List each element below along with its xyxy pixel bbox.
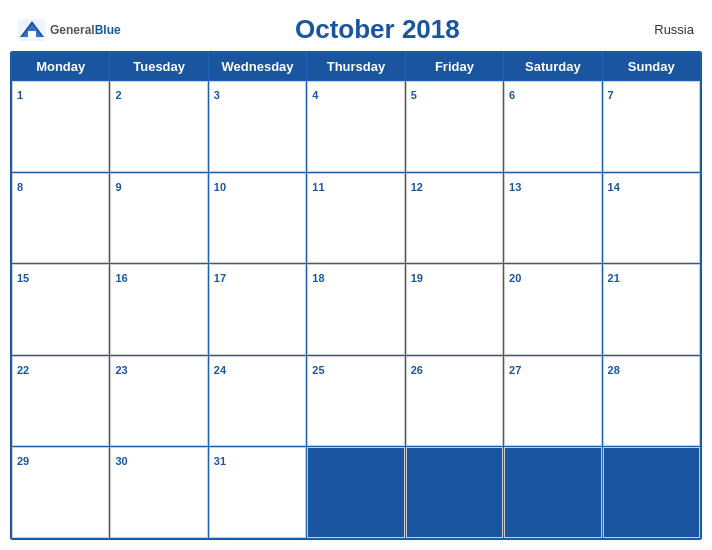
day-cell: 24 (208, 355, 306, 447)
day-number: 4 (312, 89, 318, 101)
day-number: 6 (509, 89, 515, 101)
day-number: 3 (214, 89, 220, 101)
day-number: 18 (312, 272, 324, 284)
day-cell: 31 (208, 447, 306, 539)
day-cell: 12 (405, 172, 503, 264)
day-number: 14 (608, 181, 620, 193)
day-cell: 19 (405, 264, 503, 356)
weekday-header-row: Monday Tuesday Wednesday Thursday Friday… (12, 53, 701, 81)
day-number: 23 (115, 364, 127, 376)
day-cell: 15 (12, 264, 110, 356)
day-cell: 2 (110, 81, 208, 173)
day-number: 29 (17, 455, 29, 467)
day-cell: 4 (307, 81, 405, 173)
day-cell: 30 (110, 447, 208, 539)
day-cell: 18 (307, 264, 405, 356)
header-tuesday: Tuesday (110, 53, 208, 81)
svg-rect-3 (28, 31, 36, 37)
day-cell: 21 (602, 264, 700, 356)
day-number: 2 (115, 89, 121, 101)
day-number: 12 (411, 181, 423, 193)
day-cell: 11 (307, 172, 405, 264)
day-cell: 27 (504, 355, 602, 447)
header-saturday: Saturday (504, 53, 602, 81)
day-cell: 26 (405, 355, 503, 447)
day-number: 9 (115, 181, 121, 193)
day-cell: 22 (12, 355, 110, 447)
day-cell (504, 447, 602, 539)
header-friday: Friday (405, 53, 503, 81)
month-title: October 2018 (121, 14, 634, 45)
day-number: 28 (608, 364, 620, 376)
day-number: 7 (608, 89, 614, 101)
day-number: 8 (17, 181, 23, 193)
day-number: 5 (411, 89, 417, 101)
day-number: 21 (608, 272, 620, 284)
day-cell (602, 447, 700, 539)
calendar-table: Monday Tuesday Wednesday Thursday Friday… (11, 52, 701, 539)
day-cell: 1 (12, 81, 110, 173)
day-cell: 8 (12, 172, 110, 264)
day-cell: 14 (602, 172, 700, 264)
day-cell (307, 447, 405, 539)
logo: GeneralBlue (18, 19, 121, 41)
day-number: 30 (115, 455, 127, 467)
day-cell: 13 (504, 172, 602, 264)
day-number: 16 (115, 272, 127, 284)
day-number: 27 (509, 364, 521, 376)
day-cell: 5 (405, 81, 503, 173)
day-cell: 17 (208, 264, 306, 356)
day-number: 13 (509, 181, 521, 193)
day-cell: 6 (504, 81, 602, 173)
day-number: 1 (17, 89, 23, 101)
day-cell: 28 (602, 355, 700, 447)
day-cell: 20 (504, 264, 602, 356)
day-cell: 10 (208, 172, 306, 264)
week-row-1: 1234567 (12, 81, 701, 173)
day-number: 19 (411, 272, 423, 284)
calendar-header: GeneralBlue October 2018 Russia (10, 10, 702, 47)
calendar: Monday Tuesday Wednesday Thursday Friday… (10, 51, 702, 540)
header-thursday: Thursday (307, 53, 405, 81)
day-number: 15 (17, 272, 29, 284)
day-number: 20 (509, 272, 521, 284)
day-cell: 3 (208, 81, 306, 173)
day-cell: 9 (110, 172, 208, 264)
day-number: 25 (312, 364, 324, 376)
day-cell: 25 (307, 355, 405, 447)
day-number: 11 (312, 181, 324, 193)
day-number: 17 (214, 272, 226, 284)
day-cell (405, 447, 503, 539)
week-row-3: 15161718192021 (12, 264, 701, 356)
day-number: 22 (17, 364, 29, 376)
day-number: 10 (214, 181, 226, 193)
day-number: 26 (411, 364, 423, 376)
day-cell: 29 (12, 447, 110, 539)
logo-blue: Blue (95, 23, 121, 37)
day-cell: 16 (110, 264, 208, 356)
day-cell: 23 (110, 355, 208, 447)
header-monday: Monday (12, 53, 110, 81)
day-number: 24 (214, 364, 226, 376)
week-row-5: 293031 (12, 447, 701, 539)
header-sunday: Sunday (602, 53, 700, 81)
header-wednesday: Wednesday (208, 53, 306, 81)
week-row-2: 891011121314 (12, 172, 701, 264)
day-cell: 7 (602, 81, 700, 173)
country-label: Russia (634, 22, 694, 37)
logo-text: GeneralBlue (50, 22, 121, 37)
logo-general: General (50, 23, 95, 37)
day-number: 31 (214, 455, 226, 467)
week-row-4: 22232425262728 (12, 355, 701, 447)
generalblue-logo-icon (18, 19, 46, 41)
